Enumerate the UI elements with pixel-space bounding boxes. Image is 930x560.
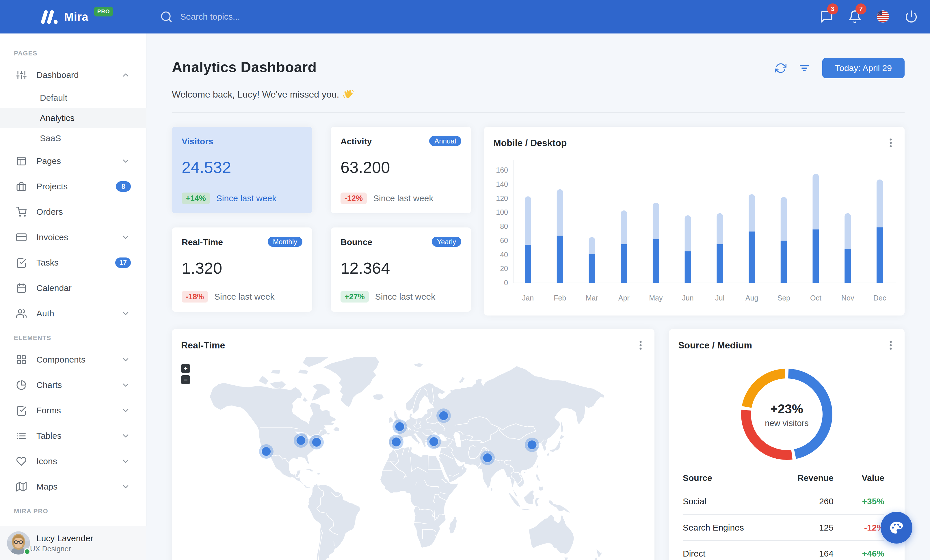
x-tick-apr: Apr xyxy=(618,294,630,302)
y-tick-100: 100 xyxy=(496,208,508,216)
sidebar-item-auth[interactable]: Auth xyxy=(0,301,146,326)
sidebar-item-pages[interactable]: Pages xyxy=(0,148,146,174)
sidebar-subitem-default[interactable]: Default xyxy=(0,88,146,108)
map-marker[interactable] xyxy=(527,440,537,450)
donut-card-menu-icon[interactable] xyxy=(885,338,896,352)
sidebar-item-label: Calendar xyxy=(36,283,72,293)
stat-card-caption: Since last week xyxy=(214,292,274,302)
sidebar-item-label: Components xyxy=(36,355,86,365)
source-table-row-social[interactable]: Social260+35% xyxy=(683,488,884,514)
y-tick-20: 20 xyxy=(500,264,508,273)
source-table: SourceRevenueValueSocial260+35%Search En… xyxy=(683,468,884,560)
sidebar-section-label: PAGES xyxy=(14,50,37,57)
sidebar-item-tables[interactable]: Tables xyxy=(0,423,146,449)
x-tick-oct: Oct xyxy=(810,294,821,302)
bar-mobile-mar xyxy=(589,254,595,283)
chevron-down-icon xyxy=(121,406,130,415)
world-map[interactable] xyxy=(182,357,645,560)
sidebar-subitem-analytics[interactable]: Analytics xyxy=(0,108,146,128)
search-box[interactable]: Search topics... xyxy=(160,0,240,34)
bar-desktop-mar xyxy=(589,237,595,254)
layout-icon xyxy=(16,156,26,166)
sidebar-item-icons[interactable]: Icons xyxy=(0,449,146,474)
stat-card-caption: Since last week xyxy=(375,292,435,302)
sidebar-item-label: Icons xyxy=(36,456,57,466)
map-zoom-in-button[interactable]: + xyxy=(181,364,190,373)
bar-mobile-aug xyxy=(748,232,755,283)
cell-value: +46% xyxy=(833,549,884,558)
stat-card-value: 12.364 xyxy=(340,259,390,278)
bar-desktop-jul xyxy=(717,213,723,244)
map-marker[interactable] xyxy=(312,437,321,447)
sidebar-item-dashboard[interactable]: Dashboard xyxy=(0,62,146,88)
filter-icon[interactable] xyxy=(799,62,810,74)
map-zoom-out-button[interactable]: − xyxy=(181,375,190,384)
sidebar-item-forms[interactable]: Forms xyxy=(0,398,146,423)
stat-card-period-badge[interactable]: Monthly xyxy=(268,237,302,247)
donut-card-title: Source / Medium xyxy=(678,340,752,351)
main-content: Analytics Dashboard Welcome back, Lucy! … xyxy=(146,34,930,560)
map-marker[interactable] xyxy=(262,447,271,456)
sidebar-item-projects[interactable]: Projects8 xyxy=(0,174,146,199)
stat-card-change: -12% xyxy=(340,193,367,204)
sidebar-item-label: Orders xyxy=(36,207,63,217)
notifications-count-badge: 7 xyxy=(856,3,867,14)
sidebar-item-maps[interactable]: Maps xyxy=(0,474,146,499)
bar-desktop-jun xyxy=(685,215,691,251)
map-marker[interactable] xyxy=(439,411,448,420)
stat-card-value: 24.532 xyxy=(182,158,231,176)
map-marker[interactable] xyxy=(296,436,306,445)
stat-card-change: +14% xyxy=(182,193,210,204)
theme-settings-fab[interactable] xyxy=(881,512,912,543)
stat-card-bounce: BounceYearly12.364+27%Since last week xyxy=(331,227,471,312)
sidebar-item-charts[interactable]: Charts xyxy=(0,372,146,398)
notifications-button[interactable]: 7 xyxy=(848,10,862,24)
bar-mobile-sep xyxy=(781,241,787,283)
sidebar-item-label: Dashboard xyxy=(36,70,79,80)
messages-button[interactable]: 3 xyxy=(820,10,833,24)
stat-card-real-time: Real-TimeMonthly1.320-18%Since last week xyxy=(172,227,312,312)
sidebar-item-label: Charts xyxy=(36,380,62,390)
bar-mobile-apr xyxy=(621,244,627,283)
cell-source: Social xyxy=(683,497,782,506)
cell-source: Direct xyxy=(683,549,782,558)
map-marker[interactable] xyxy=(483,453,492,462)
stat-card-period-badge[interactable]: Annual xyxy=(429,136,461,146)
language-button[interactable] xyxy=(876,10,890,24)
sidebar-item-components[interactable]: Components xyxy=(0,347,146,372)
stat-card-period-badge[interactable]: Yearly xyxy=(432,237,461,247)
source-table-row-direct[interactable]: Direct164+46% xyxy=(683,540,884,560)
analytics-dashboard-app: Mira PRO Search topics... 3 7 xyxy=(0,0,930,560)
bar-card-menu-icon[interactable] xyxy=(885,136,896,150)
bar-desktop-sep xyxy=(781,197,787,241)
bar-desktop-may xyxy=(653,203,659,239)
donut-center-label: +23% new visitors xyxy=(729,402,844,428)
map-marker[interactable] xyxy=(395,422,404,431)
map-marker[interactable] xyxy=(429,437,439,446)
sidebar-item-tasks[interactable]: Tasks17 xyxy=(0,250,146,275)
map-marker[interactable] xyxy=(392,437,401,446)
sidebar-item-invoices[interactable]: Invoices xyxy=(0,225,146,250)
stat-card-activity: ActivityAnnual63.200-12%Since last week xyxy=(331,127,471,213)
refresh-icon[interactable] xyxy=(775,62,787,74)
sidebar-user[interactable]: Lucy Lavender UX Designer xyxy=(0,526,146,560)
sidebar-subitem-saas[interactable]: SaaS xyxy=(0,128,146,148)
bar-desktop-aug xyxy=(748,194,755,232)
check-square-icon xyxy=(16,258,26,268)
brand[interactable]: Mira PRO xyxy=(39,0,113,34)
stat-card-title: Real-Time xyxy=(182,237,223,247)
source-table-row-search-engines[interactable]: Search Engines125-12% xyxy=(683,514,884,540)
logout-button[interactable] xyxy=(905,10,918,24)
sidebar-item-orders[interactable]: Orders xyxy=(0,199,146,225)
bar-mobile-may xyxy=(653,239,659,283)
sidebar-item-calendar[interactable]: Calendar xyxy=(0,275,146,301)
source-table-header: SourceRevenueValue xyxy=(683,468,884,488)
pie-chart-icon xyxy=(16,380,26,390)
credit-card-icon xyxy=(16,232,26,242)
bar-mobile-oct xyxy=(813,230,819,283)
briefcase-icon xyxy=(16,181,26,192)
map-card-menu-icon[interactable] xyxy=(635,338,647,352)
today-date-button[interactable]: Today: April 29 xyxy=(822,58,905,78)
power-icon xyxy=(905,10,918,23)
chevron-up-icon xyxy=(121,71,130,80)
